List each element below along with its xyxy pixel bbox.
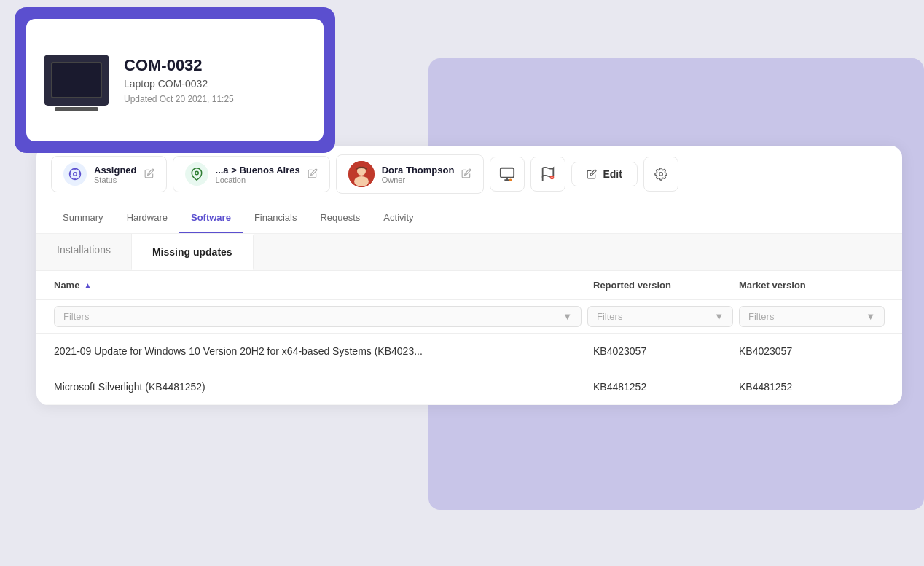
location-label: ...a > Buenos Aires	[216, 165, 300, 176]
row2-reported: KB4481252	[593, 381, 739, 393]
device-icon	[44, 55, 109, 106]
col-reported: Reported version	[593, 280, 739, 291]
col-market: Market version	[739, 280, 885, 291]
table-header: Name ▲ Reported version Market version	[36, 271, 902, 300]
filter-row: Filters ▼ Filters ▼ Filters ▼	[36, 300, 902, 334]
status-label: Assigned	[94, 165, 137, 176]
device-updated: Updated Oct 20 2021, 11:25	[124, 94, 234, 104]
location-edit-icon[interactable]	[308, 168, 318, 181]
owner-name: Dora Thompson	[382, 165, 455, 176]
location-icon	[185, 162, 208, 186]
row1-reported: KB4023057	[593, 345, 739, 357]
sub-tab-installations[interactable]: Installations	[36, 234, 132, 270]
row1-name: 2021-09 Update for Windows 10 Version 20…	[54, 345, 593, 357]
table-row[interactable]: Microsoft Silverlight (KB4481252) KB4481…	[36, 369, 902, 405]
settings-button[interactable]	[643, 157, 678, 192]
table-row[interactable]: 2021-09 Update for Windows 10 Version 20…	[36, 334, 902, 369]
device-card: COM-0032 Laptop COM-0032 Updated Oct 20 …	[26, 19, 324, 141]
filter-icon-market: ▼	[866, 311, 875, 322]
sub-tab-missing-updates[interactable]: Missing updates	[132, 234, 254, 270]
tab-financials[interactable]: Financials	[243, 203, 309, 233]
edit-label: Edit	[603, 168, 622, 180]
tab-summary[interactable]: Summary	[51, 203, 115, 233]
status-edit-icon[interactable]	[144, 168, 154, 181]
svg-point-13	[509, 178, 512, 181]
tab-hardware[interactable]: Hardware	[115, 203, 179, 233]
owner-edit-icon[interactable]	[461, 168, 471, 181]
device-info: COM-0032 Laptop COM-0032 Updated Oct 20 …	[124, 56, 234, 104]
sort-arrow-name[interactable]: ▲	[84, 281, 91, 289]
location-item[interactable]: ...a > Buenos Aires Location	[173, 156, 330, 192]
svg-point-1	[74, 173, 77, 176]
tab-activity[interactable]: Activity	[372, 203, 425, 233]
flag-button[interactable]	[530, 157, 565, 192]
owner-item[interactable]: Dora Thompson Owner	[336, 154, 485, 194]
device-card-wrapper: COM-0032 Laptop COM-0032 Updated Oct 20 …	[15, 7, 335, 153]
device-id: COM-0032	[124, 56, 234, 75]
status-icon	[63, 162, 87, 186]
filter-icon-name: ▼	[563, 311, 572, 322]
device-name: Laptop COM-0032	[124, 78, 234, 90]
owner-sub: Owner	[382, 176, 455, 184]
location-text: ...a > Buenos Aires Location	[216, 165, 300, 184]
row2-market: KB4481252	[739, 381, 885, 393]
location-sub: Location	[216, 176, 300, 184]
table-area: Name ▲ Reported version Market version F…	[36, 271, 902, 405]
filter-market[interactable]: Filters ▼	[739, 306, 885, 327]
filter-icon-reported: ▼	[714, 311, 724, 322]
svg-point-17	[659, 173, 663, 176]
owner-text: Dora Thompson Owner	[382, 165, 455, 184]
svg-point-6	[195, 171, 198, 175]
row2-name: Microsoft Silverlight (KB4481252)	[54, 381, 593, 393]
svg-point-9	[354, 176, 369, 186]
owner-avatar	[348, 161, 375, 187]
svg-rect-10	[501, 168, 514, 178]
status-item[interactable]: Assigned Status	[51, 156, 167, 192]
edit-button[interactable]: Edit	[571, 162, 637, 186]
main-card: Assigned Status	[36, 146, 902, 405]
meta-bar: Assigned Status	[36, 146, 902, 203]
monitor-screen	[51, 62, 102, 98]
filter-name[interactable]: Filters ▼	[54, 306, 582, 327]
row1-market: KB4023057	[739, 345, 885, 357]
tab-software[interactable]: Software	[179, 203, 243, 233]
connect-button[interactable]	[490, 157, 525, 192]
status-sub: Status	[94, 176, 137, 184]
main-tabs: Summary Hardware Software Financials Req…	[36, 203, 902, 234]
tab-requests[interactable]: Requests	[308, 203, 372, 233]
sub-tabs: Installations Missing updates	[36, 234, 902, 271]
col-name: Name ▲	[54, 280, 593, 291]
filter-reported[interactable]: Filters ▼	[587, 306, 733, 327]
status-text: Assigned Status	[94, 165, 137, 184]
page-wrapper: COM-0032 Laptop COM-0032 Updated Oct 20 …	[0, 0, 924, 566]
